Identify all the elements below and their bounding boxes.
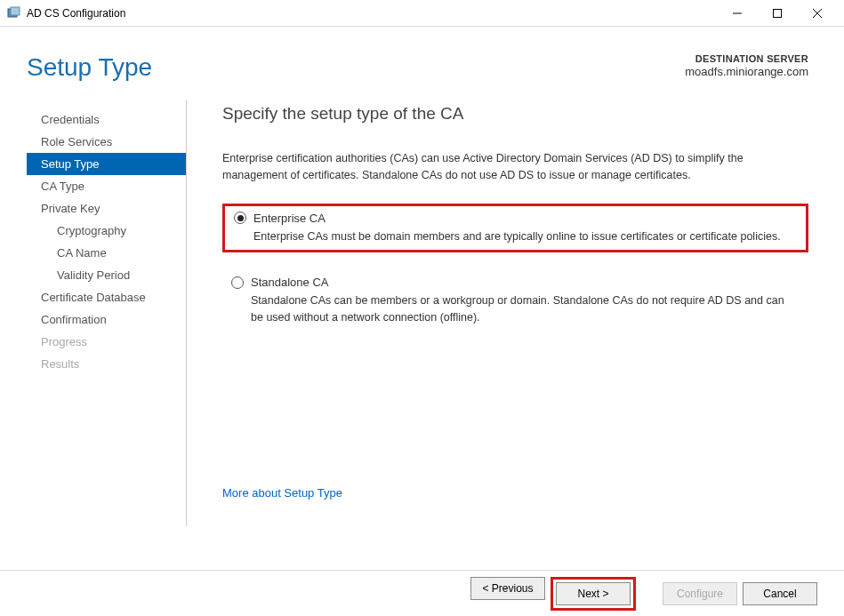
- previous-button[interactable]: < Previous: [470, 577, 545, 600]
- close-button[interactable]: [797, 1, 837, 26]
- content-heading: Specify the setup type of the CA: [222, 104, 808, 124]
- sidebar: CredentialsRole ServicesSetup TypeCA Typ…: [27, 100, 187, 526]
- nav-item-validity-period[interactable]: Validity Period: [27, 264, 186, 286]
- nav-item-certificate-database[interactable]: Certificate Database: [27, 286, 186, 308]
- titlebar: AD CS Configuration: [0, 0, 844, 27]
- radio-indicator: [231, 276, 244, 289]
- radio-label: Standalone CA: [251, 276, 328, 289]
- svg-rect-3: [773, 9, 781, 17]
- next-highlight: Next >: [551, 577, 636, 611]
- nav-button-group: < Previous Next >: [470, 577, 636, 611]
- window-controls: [717, 1, 837, 26]
- radio-description: Enterprise CAs must be domain members an…: [253, 228, 797, 245]
- nav-item-setup-type[interactable]: Setup Type: [27, 153, 186, 175]
- nav-item-ca-name[interactable]: CA Name: [27, 242, 186, 264]
- radio-group-enterprise-ca: Enterprise CAEnterprise CAs must be doma…: [222, 204, 808, 253]
- nav-item-role-services[interactable]: Role Services: [27, 131, 186, 153]
- app-icon: [7, 6, 21, 20]
- header: Setup Type DESTINATION SERVER moadfs.min…: [0, 27, 844, 100]
- radio-label: Enterprise CA: [253, 212, 326, 225]
- configure-button: Configure: [663, 582, 737, 605]
- content-description: Enterprise certification authorities (CA…: [222, 150, 808, 184]
- help-link[interactable]: More about Setup Type: [222, 486, 342, 500]
- page-title: Setup Type: [27, 53, 152, 82]
- nav-item-progress: Progress: [27, 331, 186, 353]
- content-pane: Specify the setup type of the CA Enterpr…: [187, 100, 844, 526]
- destination-block: DESTINATION SERVER moadfs.miniorange.com: [685, 53, 808, 82]
- destination-label: DESTINATION SERVER: [685, 53, 808, 64]
- nav-item-credentials[interactable]: Credentials: [27, 108, 186, 131]
- radio-indicator: [234, 212, 246, 224]
- svg-rect-1: [11, 7, 20, 15]
- maximize-button[interactable]: [757, 1, 797, 26]
- next-button[interactable]: Next >: [556, 582, 631, 605]
- nav-item-ca-type[interactable]: CA Type: [27, 175, 186, 197]
- radio-enterprise-ca[interactable]: Enterprise CA: [234, 212, 797, 225]
- nav-item-private-key[interactable]: Private Key: [27, 197, 186, 220]
- footer: < Previous Next > Configure Cancel: [0, 570, 844, 616]
- radio-standalone-ca[interactable]: Standalone CA: [231, 276, 800, 289]
- window-title: AD CS Configuration: [27, 7, 717, 20]
- nav-item-confirmation[interactable]: Confirmation: [27, 308, 186, 331]
- destination-server: moadfs.miniorange.com: [685, 65, 808, 78]
- cancel-button[interactable]: Cancel: [743, 582, 817, 605]
- body: CredentialsRole ServicesSetup TypeCA Typ…: [0, 100, 844, 526]
- minimize-button[interactable]: [717, 1, 757, 26]
- nav-item-results: Results: [27, 353, 186, 375]
- nav-item-cryptography[interactable]: Cryptography: [27, 220, 186, 242]
- radio-description: Standalone CAs can be members or a workg…: [251, 292, 800, 326]
- radio-group-standalone-ca: Standalone CAStandalone CAs can be membe…: [222, 270, 808, 332]
